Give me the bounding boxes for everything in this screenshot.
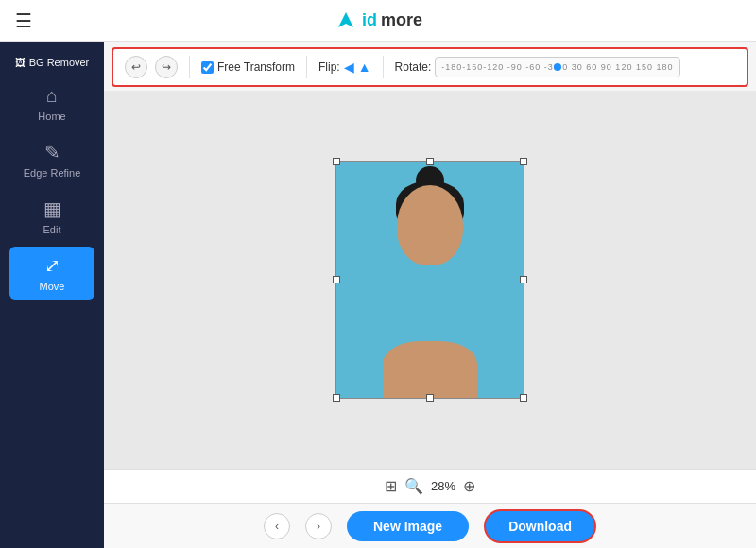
free-transform-label: Free Transform [217, 60, 295, 74]
zoom-out-icon[interactable]: 🔍 [404, 477, 423, 495]
zoom-in-icon[interactable]: ⊕ [463, 477, 475, 495]
home-icon: ⌂ [46, 85, 58, 107]
prev-button[interactable]: ‹ [264, 513, 290, 539]
sidebar-item-edit[interactable]: ▦ Edit [9, 190, 94, 243]
flip-horizontal-button[interactable]: ◀ [344, 60, 354, 75]
zoom-fit-icon[interactable]: ⊞ [385, 477, 397, 495]
menu-icon[interactable]: ☰ [15, 9, 32, 32]
handle-mid-left[interactable] [333, 276, 340, 283]
handle-top-left[interactable] [333, 158, 340, 165]
undo-redo-group: ↩ ↪ [125, 56, 178, 78]
zoom-value: 28% [431, 479, 455, 493]
action-bar: ‹ › New Image Download [104, 503, 756, 548]
handle-bottom-right[interactable] [520, 394, 527, 402]
content-area: ↩ ↪ Free Transform Flip: ◀ ▲ Rotate: -18… [104, 42, 756, 548]
bg-remover-label: 🖼 BG Remover [8, 51, 97, 74]
new-image-button[interactable]: New Image [347, 511, 469, 541]
canvas-area [104, 91, 756, 469]
download-button[interactable]: Download [484, 509, 596, 543]
logo-icon [334, 10, 358, 31]
logo-text-more: more [381, 10, 422, 30]
next-button[interactable]: › [305, 513, 332, 539]
free-transform-group: Free Transform [201, 60, 295, 74]
logo-text-id: id [362, 10, 377, 30]
handle-bottom-left[interactable] [333, 394, 340, 402]
handle-mid-right[interactable] [520, 276, 527, 283]
move-icon: ⤢ [44, 254, 60, 277]
face [397, 185, 463, 265]
toolbar-divider-3 [383, 56, 384, 78]
sidebar: 🖼 BG Remover ⌂ Home ✎ Edge Refine ▦ Edit… [0, 42, 104, 548]
flip-group: Flip: ◀ ▲ [318, 60, 371, 75]
rotate-label: Rotate: [395, 60, 432, 74]
image-container[interactable] [335, 161, 524, 399]
sidebar-item-home[interactable]: ⌂ Home [9, 77, 94, 129]
zoom-bar: ⊞ 🔍 28% ⊕ [104, 469, 756, 503]
undo-button[interactable]: ↩ [125, 56, 147, 78]
rotate-ruler[interactable]: -180-150-120 -90 -60 -30 0 30 60 90 120 … [435, 57, 680, 77]
handle-bottom-mid[interactable] [426, 394, 434, 402]
rotate-indicator-dot [554, 63, 561, 71]
sidebar-item-edit-label: Edit [43, 224, 61, 235]
flip-label: Flip: [318, 60, 340, 74]
sidebar-item-move[interactable]: ⤢ Move [9, 247, 94, 300]
redo-button[interactable]: ↪ [155, 56, 178, 78]
topbar: ☰ id more [0, 0, 756, 42]
logo-area: id more [334, 10, 422, 31]
edge-refine-icon: ✎ [44, 141, 60, 163]
rotate-group: Rotate: -180-150-120 -90 -60 -30 0 30 60… [395, 57, 681, 77]
toolbar-divider-1 [189, 56, 190, 78]
handle-top-mid[interactable] [426, 158, 434, 165]
toolbar-divider-2 [306, 56, 307, 78]
edit-icon: ▦ [43, 197, 61, 220]
handle-top-right[interactable] [520, 158, 527, 165]
sidebar-item-edge-refine[interactable]: ✎ Edge Refine [9, 133, 94, 186]
image-display [336, 162, 524, 398]
bg-remover-icon: 🖼 [15, 57, 26, 68]
sidebar-item-edge-refine-label: Edge Refine [24, 167, 81, 179]
sidebar-item-home-label: Home [38, 111, 65, 122]
toolbar: ↩ ↪ Free Transform Flip: ◀ ▲ Rotate: -18… [112, 47, 748, 87]
body [383, 341, 477, 398]
free-transform-checkbox[interactable] [201, 61, 214, 74]
sidebar-item-move-label: Move [40, 281, 65, 292]
main-layout: 🖼 BG Remover ⌂ Home ✎ Edge Refine ▦ Edit… [0, 42, 756, 548]
flip-vertical-button[interactable]: ▲ [358, 60, 371, 75]
